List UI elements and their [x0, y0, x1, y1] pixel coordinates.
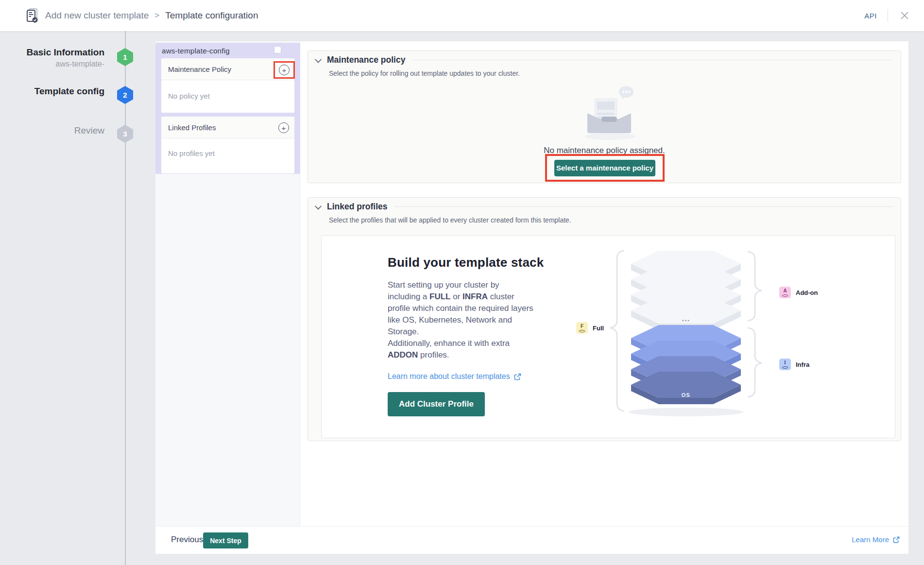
chevron-down-icon[interactable]	[315, 56, 322, 63]
external-link-icon	[893, 536, 900, 543]
stack-layer-label: NETWORK	[670, 361, 702, 367]
section-divider	[394, 206, 893, 207]
section-title: Maintenance policy	[327, 55, 405, 65]
sidebar-step-review[interactable]: Review	[0, 125, 104, 136]
add-policy-highlight-box: +	[274, 61, 295, 79]
learn-more-link[interactable]: Learn More	[852, 535, 900, 544]
wizard-footer: Previous Next Step Learn More	[155, 526, 908, 554]
step-label: Review	[0, 125, 104, 136]
template-document-icon	[26, 8, 39, 23]
stack-layer-label: ...	[682, 314, 690, 323]
stack-card-paragraph-1: Start setting up your cluster by includi…	[388, 279, 533, 338]
step-2-hexagon[interactable]: 2	[117, 86, 133, 104]
stack-layer-label: ...	[682, 268, 690, 276]
add-cluster-profile-button[interactable]: Add Cluster Profile	[388, 392, 485, 416]
stack-layer-label: OS	[682, 392, 690, 398]
template-config-name: aws-template-config	[162, 47, 230, 55]
linked-profiles-card: Linked Profiles + No profiles yet	[161, 117, 294, 173]
header-bar: Add new cluster template > Template conf…	[0, 0, 924, 31]
maintenance-policy-card-body: No policy yet	[161, 80, 294, 113]
step-number: 2	[123, 91, 127, 99]
stack-layer-label: ...	[682, 299, 690, 307]
breadcrumb-current page-title: Template configuration	[165, 10, 258, 21]
stack-card-heading: Build your template stack	[388, 255, 544, 270]
build-template-stack-card: Build your template stack Start setting …	[321, 235, 895, 438]
section-subtitle: Select the policy for rolling out templa…	[329, 69, 520, 77]
section-divider	[412, 60, 893, 60]
infra-profile-label: Infra	[796, 361, 809, 368]
step-3-hexagon[interactable]: 3	[117, 125, 133, 143]
maintenance-policy-card: Maintenance Policy + No policy yet	[161, 58, 294, 113]
full-profile-badge-icon: F	[576, 322, 588, 334]
step-number: 3	[123, 130, 127, 138]
learn-more-cluster-templates-link[interactable]: Learn more about cluster templates	[388, 372, 521, 381]
link-label: Learn More	[852, 535, 889, 544]
empty-profiles-text: No profiles yet	[168, 149, 215, 157]
linked-profiles-section: Linked profiles Select the profiles that…	[308, 197, 901, 441]
addon-brace	[748, 252, 762, 321]
addon-profile-label: Add-on	[796, 289, 818, 296]
infra-profile-badge-icon: I	[779, 359, 791, 370]
next-step-button[interactable]: Next Step	[203, 532, 248, 548]
template-config-card: aws-template-config Maintenance Policy +…	[155, 43, 300, 174]
stack-layer-label: STORAGE	[671, 345, 702, 351]
breadcrumb: Add new cluster template > Template conf…	[0, 8, 258, 23]
full-profile-label: Full	[593, 325, 604, 332]
sidebar-step-basic-information[interactable]: Basic Information aws-template-	[0, 47, 104, 68]
step-label: Template config	[0, 86, 104, 97]
addon-profile-badge-icon: A	[779, 287, 791, 298]
previous-button[interactable]: Previous	[171, 535, 203, 545]
template-configuration-panel: aws-template-config Maintenance Policy +…	[155, 41, 908, 554]
external-link-icon	[514, 373, 521, 380]
breadcrumb-separator-icon: >	[154, 11, 159, 20]
infra-brace	[748, 328, 762, 397]
link-label: Learn more about cluster templates	[388, 372, 510, 381]
add-policy-icon[interactable]: +	[279, 65, 290, 75]
wizard-progress-line	[125, 31, 126, 565]
stack-layer-label: ...	[682, 283, 690, 291]
stack-layer-label: KUBERNETES	[665, 377, 707, 382]
config-column: aws-template-config Maintenance Policy +…	[155, 41, 300, 526]
select-maintenance-policy-button[interactable]: Select a maintenance policy	[554, 160, 655, 176]
template-config-checkbox[interactable]	[274, 46, 281, 53]
card-title: Maintenance Policy	[168, 65, 231, 73]
maintenance-policy-card-header: Maintenance Policy +	[161, 58, 294, 80]
breadcrumb-parent[interactable]: Add new cluster template	[45, 10, 149, 21]
section-subtitle: Select the profiles that will be applied…	[329, 216, 571, 224]
api-link[interactable]: API	[864, 12, 877, 20]
add-profile-icon[interactable]: +	[278, 122, 289, 133]
linked-profiles-card-header: Linked Profiles +	[161, 117, 294, 138]
stack-card-paragraph-2: Additionally, enhance it with extra ADDO…	[388, 338, 533, 361]
section-title: Linked profiles	[327, 202, 387, 212]
close-icon[interactable]	[899, 10, 910, 21]
empty-policy-text: No policy yet	[168, 92, 210, 100]
select-policy-highlight-box: Select a maintenance policy	[545, 154, 665, 182]
step-1-hexagon[interactable]: 1	[117, 48, 133, 66]
add-profile-icon-wrap: +	[278, 122, 289, 133]
step-label: Basic Information	[0, 47, 104, 58]
chevron-down-icon[interactable]	[315, 203, 322, 209]
step-number: 1	[123, 53, 127, 61]
full-brace	[610, 251, 624, 411]
profile-stack-illustration: ............STORAGENETWORKKUBERNETESOS	[603, 243, 905, 425]
sidebar-step-template-config[interactable]: Template config	[0, 86, 104, 97]
linked-profiles-card-body: No profiles yet	[161, 138, 294, 173]
header-divider	[888, 9, 888, 22]
empty-inbox-illustration	[581, 79, 654, 144]
maintenance-policy-section: Maintenance policy Select the policy for…	[308, 51, 901, 183]
card-title: Linked Profiles	[168, 123, 216, 132]
step-sublabel: aws-template-	[0, 60, 104, 68]
